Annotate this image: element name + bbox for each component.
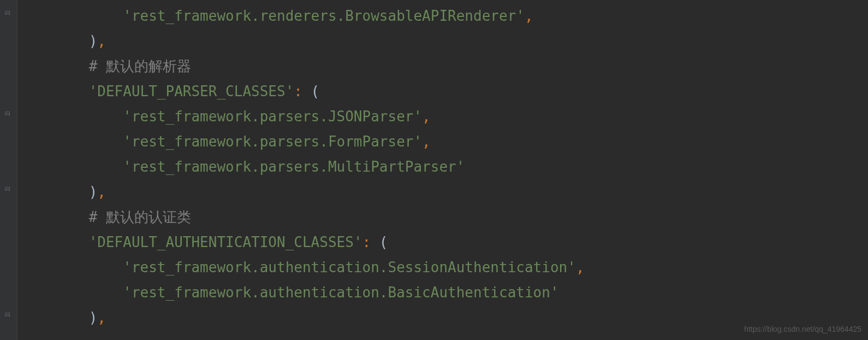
code-token: ,	[97, 309, 106, 326]
code-line[interactable]: # 默认的认证类	[55, 204, 585, 230]
code-token: ,	[525, 8, 533, 24]
editor-gutter	[0, 0, 17, 340]
bookmark-icon[interactable]	[3, 102, 14, 110]
code-line[interactable]: 'rest_framework.parsers.JSONParser',	[55, 104, 585, 129]
code-token: # 默认的认证类	[89, 209, 191, 225]
code-line[interactable]: 'DEFAULT_AUTHENTICATION_CLASSES': (	[55, 230, 585, 255]
code-token: 'rest_framework.authentication.BasicAuth…	[123, 284, 558, 301]
bookmark-icon[interactable]	[3, 177, 14, 186]
code-line[interactable]: 'rest_framework.parsers.FormParser',	[55, 129, 585, 154]
code-token: ,	[97, 184, 106, 200]
code-line[interactable]: ),	[55, 305, 585, 330]
code-token: )	[89, 184, 98, 200]
code-token: ,	[97, 33, 106, 49]
code-token: 'rest_framework.authentication.SessionAu…	[123, 259, 576, 275]
bookmark-icon[interactable]	[3, 303, 14, 312]
code-editor-content[interactable]: 'rest_framework.renderers.JSONRenderer',…	[17, 0, 585, 330]
watermark-text: https://blog.csdn.net/qq_41964425	[744, 323, 861, 336]
code-token: ,	[422, 108, 431, 125]
code-token: )	[89, 309, 98, 326]
code-token: ,	[576, 259, 585, 275]
code-token: 'rest_framework.parsers.MultiPartParser'	[123, 159, 465, 175]
code-token: 'rest_framework.parsers.FormParser'	[123, 133, 422, 150]
code-token: ,	[422, 133, 431, 150]
code-token: :	[362, 234, 371, 250]
code-line[interactable]: 'rest_framework.renderers.BrowsableAPIRe…	[55, 3, 585, 28]
code-line[interactable]: # 默认的解析器	[55, 54, 585, 79]
code-token: 'rest_framework.renderers.BrowsableAPIRe…	[123, 8, 525, 24]
bookmark-icon[interactable]	[3, 1, 14, 10]
code-line[interactable]: ),	[55, 179, 585, 204]
code-token: # 默认的解析器	[89, 58, 191, 74]
code-line[interactable]: ),	[55, 28, 585, 54]
code-line[interactable]: 'DEFAULT_PARSER_CLASSES': (	[55, 79, 585, 104]
code-line[interactable]: 'rest_framework.authentication.SessionAu…	[55, 255, 585, 280]
code-token: )	[89, 33, 98, 49]
code-token: 'rest_framework.parsers.JSONParser'	[123, 108, 422, 125]
code-token: :	[294, 83, 302, 99]
code-line[interactable]: 'rest_framework.parsers.MultiPartParser'	[55, 154, 585, 179]
code-token: (	[302, 83, 319, 99]
code-token: (	[371, 234, 388, 250]
code-token: 'DEFAULT_PARSER_CLASSES'	[89, 83, 294, 99]
code-line[interactable]: 'rest_framework.authentication.BasicAuth…	[55, 280, 585, 305]
code-token: 'DEFAULT_AUTHENTICATION_CLASSES'	[89, 234, 362, 250]
